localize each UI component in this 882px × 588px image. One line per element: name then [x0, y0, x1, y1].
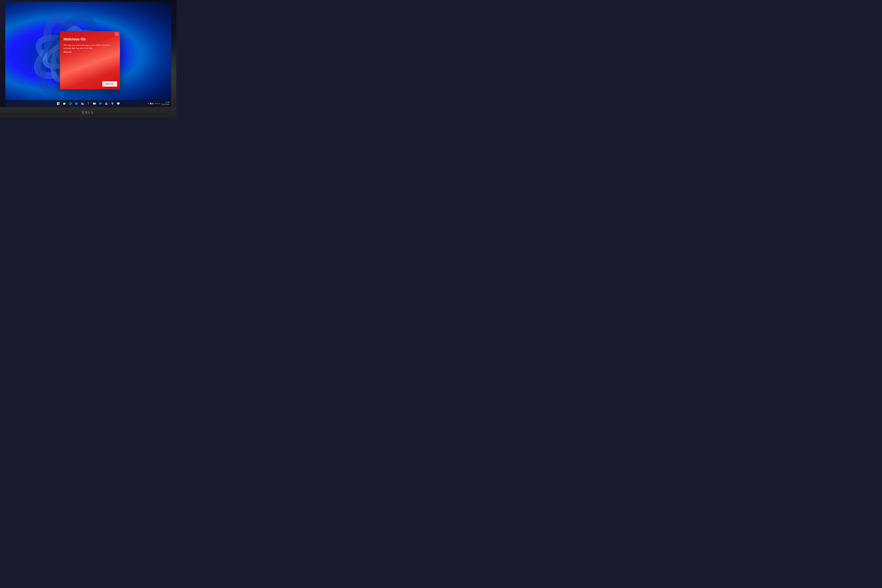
svg-rect-10: [57, 104, 58, 105]
language-indicator: ENG UK: [155, 103, 160, 104]
dialog-title-bar: ×: [60, 31, 120, 36]
clock-time: 11:38: [161, 101, 170, 104]
taskbar-system-tray: ^ 🔊 📶 🔋 ENG UK 11:38 21/01/2022: [147, 101, 170, 105]
teams-icon[interactable]: 💬: [116, 101, 121, 106]
dell-logo: DELL: [82, 111, 94, 114]
dialog-close-button[interactable]: ×: [115, 32, 118, 36]
app-icon[interactable]: 🎙️: [110, 101, 115, 106]
security-alert-dialog: × Malicious file This app may cause dama…: [60, 31, 120, 89]
clock-date: 21/01/2022: [161, 104, 170, 106]
file-explorer-icon[interactable]: 📁: [62, 101, 67, 106]
laptop-screen: × Malicious file This app may cause dama…: [5, 2, 171, 107]
dialog-title: Malicious file: [63, 37, 116, 41]
svg-rect-8: [57, 102, 58, 104]
maps-icon[interactable]: 📍: [86, 101, 91, 106]
svg-rect-9: [58, 102, 60, 104]
dialog-body-text: This app may cause damage to your device…: [63, 44, 116, 50]
windows-desktop: × Malicious file This app may cause dama…: [5, 2, 171, 107]
firefox-icon[interactable]: 🦊: [104, 101, 109, 106]
taskbar: 📁 🌐 🔵 🛍️ 📍 📧 💙 🦊 🎙️ 💬 ^ 🔊 📶 🔋 ENG UK 11:…: [5, 100, 171, 107]
start-button[interactable]: [56, 101, 61, 106]
dialog-content: Malicious file This app may cause damage…: [60, 36, 120, 81]
more-info-link[interactable]: More info: [63, 51, 116, 53]
vscode-icon[interactable]: 💙: [98, 101, 103, 106]
taskbar-clock[interactable]: 11:38 21/01/2022: [161, 101, 170, 105]
edge-icon[interactable]: 🌐: [68, 101, 73, 106]
taskbar-pinned-icons: 📁 🌐 🔵 🛍️ 📍 📧 💙 🦊 🎙️ 💬: [56, 101, 121, 106]
store-icon[interactable]: 🛍️: [80, 101, 85, 106]
mail-icon[interactable]: 📧: [92, 101, 97, 106]
svg-rect-11: [58, 104, 60, 105]
laptop-chin: DELL: [0, 107, 176, 118]
system-tray-icons: ^ 🔊 📶 🔋: [147, 103, 154, 104]
dont-run-button[interactable]: Don't run: [102, 81, 117, 87]
chrome-icon[interactable]: 🔵: [74, 101, 79, 106]
dialog-footer: Don't run: [60, 81, 120, 89]
